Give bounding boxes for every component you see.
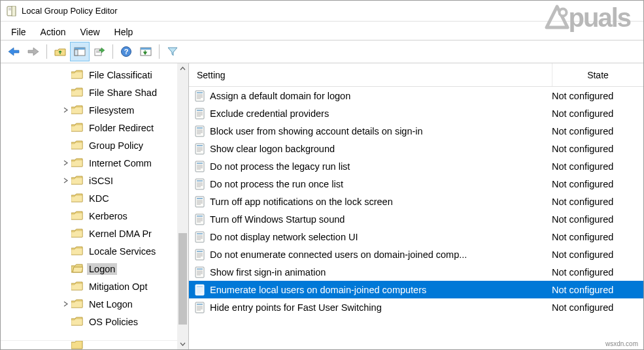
policy-setting-icon — [194, 231, 206, 243]
tree-item[interactable]: iSCSI — [1, 172, 188, 189]
tree-item[interactable]: Internet Comm — [1, 154, 188, 172]
nav-back-button[interactable] — [5, 42, 23, 61]
window-title: Local Group Policy Editor — [22, 6, 118, 16]
tree-pane[interactable]: File ClassificatiFile Share ShadFilesyst… — [1, 63, 189, 349]
policy-setting-icon — [194, 214, 206, 225]
tree-item-label: Internet Comm — [87, 157, 154, 169]
tree-item-label: Group Policy — [87, 140, 145, 151]
policy-setting-icon — [194, 196, 206, 208]
tree-item[interactable]: KDC — [1, 189, 188, 207]
list-row[interactable]: Assign a default domain for logonNot con… — [189, 87, 643, 104]
app-icon — [6, 6, 16, 16]
nav-forward-button[interactable] — [24, 42, 42, 61]
tree-item-label: Filesystem — [87, 104, 136, 116]
policy-setting-icon — [194, 143, 206, 155]
menu-action[interactable]: Action — [34, 25, 73, 39]
tree-item[interactable]: Group Policy — [1, 136, 188, 154]
filter-button[interactable] — [163, 42, 182, 61]
setting-state: Not configured — [552, 161, 643, 172]
list-row[interactable]: Turn off app notifications on the lock s… — [189, 193, 643, 210]
setting-name: Enumerate local users on domain-joined c… — [210, 285, 552, 295]
setting-name: Do not display network selection UI — [210, 232, 552, 242]
tree-item[interactable]: Net Logon — [1, 295, 188, 313]
tree-item[interactable]: Mitigation Opt — [1, 278, 188, 295]
tree-item-label: KDC — [87, 193, 111, 204]
policy-setting-icon — [194, 108, 206, 119]
tree-item[interactable]: File Classificati — [1, 66, 188, 84]
policy-setting-icon — [194, 249, 206, 261]
list-row[interactable]: Do not enumerate connected users on doma… — [189, 246, 643, 263]
tree-item-partial[interactable] — [1, 340, 188, 349]
source-watermark: wsxdn.com — [605, 340, 638, 347]
scroll-up-button[interactable] — [177, 63, 188, 74]
tree-item[interactable]: Folder Redirect — [1, 119, 188, 136]
folder-icon — [71, 70, 83, 80]
up-level-button[interactable] — [51, 42, 69, 61]
column-setting[interactable]: Setting — [189, 70, 552, 80]
scroll-thumb[interactable] — [178, 233, 187, 325]
tree-scrollbar[interactable] — [177, 63, 188, 349]
appuals-text: puals — [569, 3, 630, 33]
svg-rect-16 — [197, 92, 203, 93]
policy-setting-icon — [194, 284, 206, 296]
setting-name: Show first sign-in animation — [210, 267, 552, 278]
svg-rect-70 — [197, 251, 203, 252]
setting-name: Turn off app notifications on the lock s… — [210, 197, 552, 207]
svg-rect-40 — [197, 163, 203, 164]
toolbar: ? — [1, 40, 643, 63]
tree-item[interactable]: Kernel DMA Pr — [1, 225, 188, 242]
tree-item-label: OS Policies — [87, 316, 140, 328]
setting-state: Not configured — [552, 232, 643, 242]
list-row[interactable]: Show clear logon backgroundNot configure… — [189, 140, 643, 157]
folder-icon — [71, 299, 83, 309]
list-row[interactable]: Enumerate local users on domain-joined c… — [189, 281, 643, 298]
list-row[interactable]: Turn off Windows Startup soundNot config… — [189, 210, 643, 228]
list-row[interactable]: Do not process the legacy run listNot co… — [189, 157, 643, 175]
list-row[interactable]: Show first sign-in animationNot configur… — [189, 263, 643, 281]
policy-setting-icon — [194, 266, 206, 278]
tree-item[interactable]: File Share Shad — [1, 84, 188, 101]
tree-item[interactable]: OS Policies — [1, 313, 188, 330]
setting-state: Not configured — [552, 126, 643, 136]
tree-item-label: Net Logon — [87, 298, 135, 310]
list-row[interactable]: Hide entry points for Fast User Switchin… — [189, 298, 643, 316]
expander-icon[interactable] — [61, 176, 70, 185]
export-list-button[interactable] — [90, 42, 109, 61]
expander-icon[interactable] — [61, 300, 70, 309]
setting-name: Block user from showing account details … — [210, 126, 552, 136]
tree-item[interactable]: Locale Services — [1, 242, 188, 260]
show-hide-tree-button[interactable] — [71, 42, 89, 61]
toolbar-separator — [46, 44, 47, 59]
tree-item[interactable]: Filesystem — [1, 101, 188, 119]
tree-item[interactable]: Kerberos — [1, 207, 188, 225]
tree-item[interactable]: Logon — [1, 260, 188, 278]
list-body[interactable]: Assign a default domain for logonNot con… — [189, 87, 643, 349]
expander-icon[interactable] — [61, 106, 70, 115]
setting-state: Not configured — [552, 285, 643, 295]
column-state[interactable]: State — [552, 63, 643, 86]
svg-point-4 — [559, 8, 566, 16]
list-row[interactable]: Exclude credential providersNot configur… — [189, 104, 643, 122]
menu-file[interactable]: File — [5, 25, 33, 39]
menu-view[interactable]: View — [73, 25, 106, 39]
tree-item-label: Logon — [87, 263, 117, 275]
svg-rect-7 — [75, 50, 78, 56]
tree-item-label: File Classificati — [87, 69, 154, 81]
appuals-logo: puals — [543, 3, 630, 33]
svg-rect-52 — [197, 198, 203, 199]
list-header: Setting State — [189, 63, 643, 87]
svg-rect-1 — [12, 6, 16, 16]
policy-setting-icon — [194, 178, 206, 190]
tree-item-label: iSCSI — [87, 175, 115, 187]
menu-help[interactable]: Help — [108, 25, 140, 39]
policy-setting-icon — [194, 90, 206, 102]
help-button[interactable]: ? — [117, 42, 135, 61]
folder-icon — [71, 229, 83, 238]
expander-icon[interactable] — [61, 159, 70, 168]
svg-text:?: ? — [124, 48, 129, 56]
svg-rect-58 — [197, 215, 203, 217]
list-row[interactable]: Do not process the run once listNot conf… — [189, 175, 643, 193]
properties-button[interactable] — [137, 42, 155, 61]
list-row[interactable]: Do not display network selection UINot c… — [189, 228, 643, 246]
list-row[interactable]: Block user from showing account details … — [189, 122, 643, 140]
